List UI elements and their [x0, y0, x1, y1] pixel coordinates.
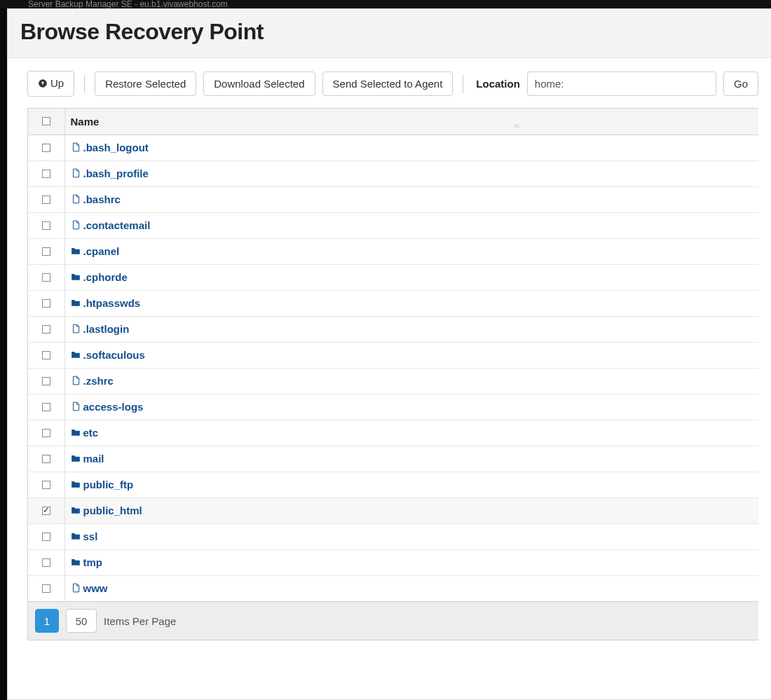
row-name-cell: .bash_profile — [64, 161, 758, 187]
file-link[interactable]: access-logs — [71, 401, 144, 413]
page-title: Browse Recovery Point — [20, 19, 758, 45]
restore-selected-button[interactable]: Restore Selected — [95, 71, 196, 96]
header-select-all[interactable] — [28, 109, 64, 135]
file-icon — [71, 583, 81, 595]
folder-icon — [71, 246, 81, 258]
table-row: .cpanel — [28, 239, 758, 265]
row-checkbox-cell[interactable] — [28, 420, 64, 446]
table-row: ssl — [28, 524, 758, 550]
item-name: .zshrc — [83, 375, 114, 387]
send-to-agent-button[interactable]: Send Selected to Agent — [322, 71, 453, 96]
row-checkbox-cell[interactable] — [28, 394, 64, 420]
checkbox-icon[interactable] — [42, 273, 50, 282]
row-checkbox-cell[interactable] — [28, 265, 64, 291]
row-name-cell: .htpasswds — [64, 291, 758, 317]
folder-link[interactable]: .htpasswds — [71, 297, 141, 309]
folder-icon — [71, 557, 81, 569]
file-table: Name .bash_logout.bash_profile.bashrc.co… — [28, 109, 758, 601]
go-button[interactable]: Go — [723, 71, 758, 96]
item-name: .bash_profile — [83, 167, 149, 179]
row-checkbox-cell[interactable] — [28, 446, 64, 472]
row-name-cell: public_html — [64, 498, 758, 524]
checkbox-icon[interactable] — [42, 299, 50, 308]
row-checkbox-cell[interactable] — [28, 239, 64, 265]
table-row: mail — [28, 446, 758, 472]
checkbox-icon[interactable] — [42, 144, 50, 152]
item-name: mail — [83, 453, 104, 465]
folder-link[interactable]: .softaculous — [71, 349, 145, 361]
checkbox-icon[interactable] — [42, 455, 50, 463]
folder-link[interactable]: .cphorde — [71, 271, 128, 283]
table-row: .bashrc — [28, 187, 758, 213]
checkbox-icon[interactable] — [42, 481, 50, 489]
row-checkbox-cell[interactable] — [28, 369, 64, 394]
file-icon — [71, 376, 81, 387]
download-selected-button[interactable]: Download Selected — [203, 71, 315, 96]
row-name-cell: .lastlogin — [64, 317, 758, 343]
checkbox-icon[interactable] — [42, 221, 50, 230]
table-row: .htpasswds — [28, 291, 758, 317]
file-link[interactable]: .bashrc — [71, 193, 121, 205]
file-link[interactable]: www — [71, 582, 108, 594]
table-row: .bash_profile — [28, 161, 758, 187]
folder-link[interactable]: public_ftp — [71, 479, 134, 490]
item-name: .softaculous — [83, 349, 145, 361]
row-checkbox-cell[interactable] — [28, 576, 64, 602]
folder-link[interactable]: tmp — [71, 556, 103, 568]
checkbox-icon[interactable] — [42, 195, 50, 204]
table-footer: 1 Items Per Page — [27, 602, 758, 640]
item-name: ssl — [83, 530, 98, 542]
up-button-label: Up — [50, 77, 64, 89]
row-checkbox-cell[interactable] — [28, 317, 64, 343]
file-link[interactable]: .zshrc — [71, 375, 114, 387]
checkbox-icon[interactable] — [42, 325, 50, 334]
folder-link[interactable]: ssl — [71, 530, 98, 542]
file-link[interactable]: .bash_logout — [71, 142, 149, 153]
checkbox-icon[interactable] — [42, 533, 50, 541]
checkbox-icon[interactable] — [42, 558, 50, 567]
checkbox-icon[interactable] — [42, 247, 50, 256]
checkbox-icon[interactable] — [42, 429, 50, 437]
row-name-cell: .contactemail — [64, 213, 758, 239]
row-checkbox-cell[interactable] — [28, 524, 64, 550]
table-row: public_ftp — [28, 472, 758, 498]
table-row: .lastlogin — [28, 317, 758, 343]
row-checkbox-cell[interactable] — [28, 135, 64, 161]
folder-link[interactable]: public_html — [71, 505, 142, 516]
title-bar: Browse Recovery Point — [8, 9, 771, 58]
row-name-cell: .zshrc — [64, 369, 758, 394]
row-checkbox-cell[interactable] — [28, 187, 64, 213]
folder-link[interactable]: etc — [71, 427, 99, 439]
row-name-cell: ssl — [64, 524, 758, 550]
file-icon — [71, 220, 81, 232]
checkbox-icon[interactable] — [42, 117, 50, 125]
file-link[interactable]: .contactemail — [71, 219, 151, 231]
table-row: .zshrc — [28, 369, 758, 394]
checkbox-icon[interactable] — [42, 507, 50, 515]
file-link[interactable]: .bash_profile — [71, 167, 149, 179]
folder-link[interactable]: mail — [71, 453, 104, 465]
row-checkbox-cell[interactable] — [28, 161, 64, 187]
checkbox-icon[interactable] — [42, 377, 50, 385]
row-checkbox-cell[interactable] — [28, 550, 64, 576]
folder-link[interactable]: .cpanel — [71, 245, 120, 257]
checkbox-icon[interactable] — [42, 351, 50, 359]
header-name-label: Name — [71, 116, 100, 128]
checkbox-icon[interactable] — [42, 170, 50, 178]
file-link[interactable]: .lastlogin — [71, 323, 130, 335]
up-button[interactable]: Up — [27, 71, 74, 97]
items-per-page-input[interactable] — [66, 609, 97, 633]
header-name[interactable]: Name — [64, 109, 758, 135]
row-checkbox-cell[interactable] — [28, 472, 64, 498]
row-checkbox-cell[interactable] — [28, 498, 64, 524]
row-checkbox-cell[interactable] — [28, 213, 64, 239]
row-checkbox-cell[interactable] — [28, 343, 64, 369]
location-input[interactable] — [527, 71, 716, 96]
item-name: .cphorde — [83, 271, 128, 283]
arrow-up-circle-icon — [38, 78, 48, 90]
checkbox-icon[interactable] — [42, 584, 50, 593]
checkbox-icon[interactable] — [42, 403, 50, 411]
table-row: .bash_logout — [28, 135, 758, 161]
page-1-button[interactable]: 1 — [35, 609, 59, 633]
row-checkbox-cell[interactable] — [28, 291, 64, 317]
